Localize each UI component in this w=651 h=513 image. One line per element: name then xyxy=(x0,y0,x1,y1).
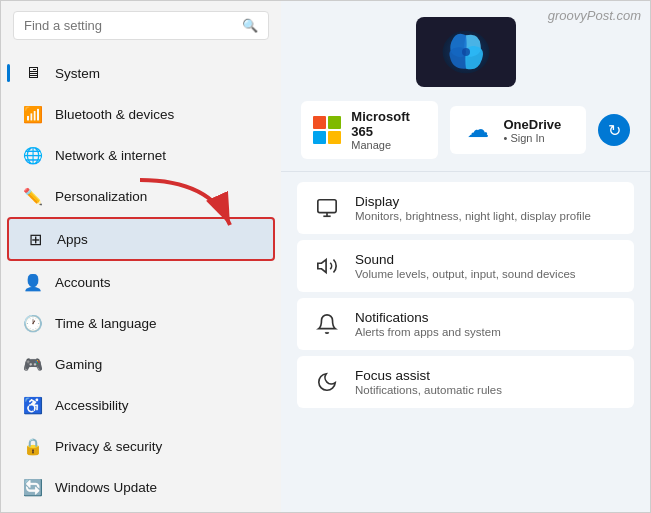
privacy-icon: 🔒 xyxy=(23,436,43,456)
sidebar-item-time[interactable]: 🕐Time & language xyxy=(7,303,275,343)
system-icon: 🖥 xyxy=(23,63,43,83)
sidebar: 🔍 🖥System📶Bluetooth & devices🌐Network & … xyxy=(1,1,281,512)
sidebar-item-apps[interactable]: ⊞Apps xyxy=(7,217,275,261)
notifications-setting-desc: Alerts from apps and system xyxy=(355,326,501,338)
nav-list: 🖥System📶Bluetooth & devices🌐Network & in… xyxy=(1,52,281,508)
sidebar-item-accounts[interactable]: 👤Accounts xyxy=(7,262,275,302)
sidebar-item-network[interactable]: 🌐Network & internet xyxy=(7,135,275,175)
sidebar-item-privacy[interactable]: 🔒Privacy & security xyxy=(7,426,275,466)
bluetooth-icon: 📶 xyxy=(23,104,43,124)
sidebar-label-personalization: Personalization xyxy=(55,189,147,204)
top-section: Microsoft 365 Manage ☁ OneDrive • Sign I… xyxy=(281,1,650,172)
sidebar-label-time: Time & language xyxy=(55,316,157,331)
notifications-setting-text: NotificationsAlerts from apps and system xyxy=(355,310,501,338)
sidebar-label-privacy: Privacy & security xyxy=(55,439,162,454)
windows-logo-box xyxy=(416,17,516,87)
setting-card-sound[interactable]: SoundVolume levels, output, input, sound… xyxy=(297,240,634,292)
sidebar-label-network: Network & internet xyxy=(55,148,166,163)
personalization-icon: ✏️ xyxy=(23,186,43,206)
ms365-name: Microsoft 365 xyxy=(351,109,425,139)
focus-setting-title: Focus assist xyxy=(355,368,502,383)
update-icon: 🔄 xyxy=(23,477,43,497)
focus-setting-text: Focus assistNotifications, automatic rul… xyxy=(355,368,502,396)
svg-point-1 xyxy=(462,48,470,56)
onedrive-icon: ☁ xyxy=(467,117,489,143)
sidebar-item-personalization[interactable]: ✏️Personalization xyxy=(7,176,275,216)
gaming-icon: 🎮 xyxy=(23,354,43,374)
sidebar-item-system[interactable]: 🖥System xyxy=(7,53,275,93)
focus-setting-desc: Notifications, automatic rules xyxy=(355,384,502,396)
accounts-icon: 👤 xyxy=(23,272,43,292)
ms365-sub: Manage xyxy=(351,139,425,151)
focus-setting-icon xyxy=(313,368,341,396)
search-box[interactable]: 🔍 xyxy=(13,11,269,40)
sidebar-label-apps: Apps xyxy=(57,232,88,247)
refresh-button[interactable]: ↻ xyxy=(598,114,630,146)
display-setting-text: DisplayMonitors, brightness, night light… xyxy=(355,194,591,222)
main-content: groovyPost.com xyxy=(281,1,650,512)
services-row: Microsoft 365 Manage ☁ OneDrive • Sign I… xyxy=(301,101,630,159)
svg-rect-2 xyxy=(318,200,336,213)
onedrive-text: OneDrive • Sign In xyxy=(504,117,562,144)
sound-setting-icon xyxy=(313,252,341,280)
sound-setting-desc: Volume levels, output, input, sound devi… xyxy=(355,268,576,280)
windows-logo-container xyxy=(301,17,630,87)
sidebar-label-gaming: Gaming xyxy=(55,357,102,372)
watermark-text: groovyPost.com xyxy=(548,8,641,23)
sidebar-label-bluetooth: Bluetooth & devices xyxy=(55,107,174,122)
sidebar-item-gaming[interactable]: 🎮Gaming xyxy=(7,344,275,384)
onedrive-sub: • Sign In xyxy=(504,132,562,144)
onedrive-icon-container: ☁ xyxy=(462,114,494,146)
time-icon: 🕐 xyxy=(23,313,43,333)
display-setting-title: Display xyxy=(355,194,591,209)
sidebar-label-update: Windows Update xyxy=(55,480,157,495)
sidebar-label-system: System xyxy=(55,66,100,81)
setting-card-notifications[interactable]: NotificationsAlerts from apps and system xyxy=(297,298,634,350)
display-setting-icon xyxy=(313,194,341,222)
sidebar-item-update[interactable]: 🔄Windows Update xyxy=(7,467,275,507)
network-icon: 🌐 xyxy=(23,145,43,165)
sidebar-label-accessibility: Accessibility xyxy=(55,398,129,413)
ms365-service[interactable]: Microsoft 365 Manage xyxy=(301,101,438,159)
apps-icon: ⊞ xyxy=(25,229,45,249)
setting-card-display[interactable]: DisplayMonitors, brightness, night light… xyxy=(297,182,634,234)
onedrive-service[interactable]: ☁ OneDrive • Sign In xyxy=(450,106,587,154)
svg-marker-5 xyxy=(318,260,326,273)
setting-card-focus[interactable]: Focus assistNotifications, automatic rul… xyxy=(297,356,634,408)
display-setting-desc: Monitors, brightness, night light, displ… xyxy=(355,210,591,222)
sidebar-label-accounts: Accounts xyxy=(55,275,111,290)
ms365-icon xyxy=(313,114,341,146)
sidebar-item-bluetooth[interactable]: 📶Bluetooth & devices xyxy=(7,94,275,134)
search-icon: 🔍 xyxy=(242,18,258,33)
notifications-setting-icon xyxy=(313,310,341,338)
onedrive-name: OneDrive xyxy=(504,117,562,132)
sound-setting-text: SoundVolume levels, output, input, sound… xyxy=(355,252,576,280)
sound-setting-title: Sound xyxy=(355,252,576,267)
ms365-text: Microsoft 365 Manage xyxy=(351,109,425,151)
sidebar-item-accessibility[interactable]: ♿Accessibility xyxy=(7,385,275,425)
notifications-setting-title: Notifications xyxy=(355,310,501,325)
settings-list: DisplayMonitors, brightness, night light… xyxy=(281,172,650,512)
windows11-logo xyxy=(431,22,501,82)
search-input[interactable] xyxy=(24,18,242,33)
accessibility-icon: ♿ xyxy=(23,395,43,415)
